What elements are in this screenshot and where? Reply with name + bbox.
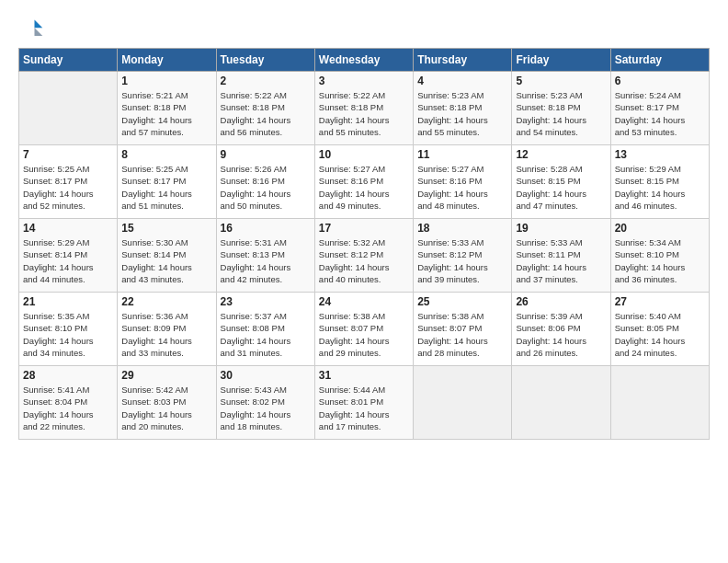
- calendar-cell: 13Sunrise: 5:29 AM Sunset: 8:15 PM Dayli…: [610, 145, 709, 219]
- calendar-cell: 14Sunrise: 5:29 AM Sunset: 8:14 PM Dayli…: [19, 219, 118, 293]
- calendar-cell: 1Sunrise: 5:21 AM Sunset: 8:18 PM Daylig…: [118, 72, 216, 145]
- calendar-cell: 16Sunrise: 5:31 AM Sunset: 8:13 PM Dayli…: [216, 219, 314, 293]
- day-info: Sunrise: 5:44 AM Sunset: 8:01 PM Dayligh…: [319, 384, 409, 432]
- day-info: Sunrise: 5:25 AM Sunset: 8:17 PM Dayligh…: [23, 163, 113, 212]
- calendar-cell: 18Sunrise: 5:33 AM Sunset: 8:12 PM Dayli…: [414, 219, 512, 293]
- calendar-cell: 29Sunrise: 5:42 AM Sunset: 8:03 PM Dayli…: [118, 366, 216, 440]
- day-number: 5: [516, 75, 606, 87]
- day-info: Sunrise: 5:28 AM Sunset: 8:15 PM Dayligh…: [516, 163, 606, 212]
- day-info: Sunrise: 5:38 AM Sunset: 8:07 PM Dayligh…: [417, 310, 507, 359]
- day-info: Sunrise: 5:30 AM Sunset: 8:14 PM Dayligh…: [121, 236, 211, 285]
- calendar-week-row: 28Sunrise: 5:41 AM Sunset: 8:04 PM Dayli…: [19, 366, 710, 440]
- day-of-week-header: Wednesday: [314, 49, 413, 72]
- day-info: Sunrise: 5:37 AM Sunset: 8:08 PM Dayligh…: [221, 310, 311, 359]
- day-number: 16: [221, 222, 311, 235]
- calendar-cell: 21Sunrise: 5:35 AM Sunset: 8:10 PM Dayli…: [19, 293, 118, 366]
- logo: [18, 17, 48, 42]
- day-info: Sunrise: 5:27 AM Sunset: 8:16 PM Dayligh…: [417, 163, 507, 212]
- day-info: Sunrise: 5:22 AM Sunset: 8:18 PM Dayligh…: [221, 89, 311, 138]
- day-number: 13: [615, 148, 705, 161]
- day-info: Sunrise: 5:31 AM Sunset: 8:13 PM Dayligh…: [221, 236, 311, 285]
- day-number: 1: [121, 75, 211, 87]
- calendar-cell: 20Sunrise: 5:34 AM Sunset: 8:10 PM Dayli…: [610, 219, 709, 293]
- calendar-header-row: SundayMondayTuesdayWednesdayThursdayFrid…: [19, 49, 710, 72]
- day-info: Sunrise: 5:23 AM Sunset: 8:18 PM Dayligh…: [417, 89, 507, 138]
- day-of-week-header: Saturday: [610, 49, 709, 72]
- day-info: Sunrise: 5:24 AM Sunset: 8:17 PM Dayligh…: [615, 89, 705, 138]
- day-info: Sunrise: 5:36 AM Sunset: 8:09 PM Dayligh…: [121, 310, 211, 359]
- calendar-cell: 6Sunrise: 5:24 AM Sunset: 8:17 PM Daylig…: [610, 72, 709, 145]
- day-number: 30: [221, 369, 311, 382]
- day-info: Sunrise: 5:34 AM Sunset: 8:10 PM Dayligh…: [615, 236, 705, 285]
- calendar-cell: [610, 366, 709, 440]
- day-number: 29: [121, 369, 211, 382]
- calendar-cell: 17Sunrise: 5:32 AM Sunset: 8:12 PM Dayli…: [314, 219, 413, 293]
- day-info: Sunrise: 5:33 AM Sunset: 8:11 PM Dayligh…: [516, 236, 606, 285]
- day-number: 6: [615, 75, 705, 87]
- day-number: 15: [121, 222, 211, 235]
- day-number: 10: [319, 148, 409, 161]
- svg-marker-1: [35, 28, 43, 36]
- day-number: 17: [319, 222, 409, 235]
- day-info: Sunrise: 5:25 AM Sunset: 8:17 PM Dayligh…: [121, 163, 211, 212]
- calendar-cell: 4Sunrise: 5:23 AM Sunset: 8:18 PM Daylig…: [414, 72, 512, 145]
- calendar-week-row: 21Sunrise: 5:35 AM Sunset: 8:10 PM Dayli…: [19, 293, 710, 366]
- day-number: 3: [319, 75, 409, 87]
- calendar-cell: 5Sunrise: 5:23 AM Sunset: 8:18 PM Daylig…: [512, 72, 610, 145]
- day-number: 28: [23, 369, 113, 382]
- calendar-cell: 15Sunrise: 5:30 AM Sunset: 8:14 PM Dayli…: [118, 219, 216, 293]
- calendar-week-row: 14Sunrise: 5:29 AM Sunset: 8:14 PM Dayli…: [19, 219, 710, 293]
- day-info: Sunrise: 5:39 AM Sunset: 8:06 PM Dayligh…: [516, 310, 606, 359]
- day-number: 21: [23, 295, 113, 308]
- calendar-cell: 31Sunrise: 5:44 AM Sunset: 8:01 PM Dayli…: [314, 366, 413, 440]
- day-number: 22: [121, 295, 211, 308]
- day-number: 4: [417, 75, 507, 87]
- calendar-cell: 9Sunrise: 5:26 AM Sunset: 8:16 PM Daylig…: [216, 145, 314, 219]
- day-info: Sunrise: 5:29 AM Sunset: 8:14 PM Dayligh…: [23, 236, 113, 285]
- day-info: Sunrise: 5:22 AM Sunset: 8:18 PM Dayligh…: [319, 89, 409, 138]
- calendar-table: SundayMondayTuesdayWednesdayThursdayFrid…: [18, 48, 710, 440]
- day-info: Sunrise: 5:38 AM Sunset: 8:07 PM Dayligh…: [319, 310, 409, 359]
- calendar-cell: [19, 72, 118, 145]
- day-number: 2: [221, 75, 311, 87]
- calendar-week-row: 7Sunrise: 5:25 AM Sunset: 8:17 PM Daylig…: [19, 145, 710, 219]
- day-info: Sunrise: 5:27 AM Sunset: 8:16 PM Dayligh…: [319, 163, 409, 212]
- calendar-cell: 7Sunrise: 5:25 AM Sunset: 8:17 PM Daylig…: [19, 145, 118, 219]
- day-number: 20: [615, 222, 705, 235]
- day-number: 7: [23, 148, 113, 161]
- day-number: 26: [516, 295, 606, 308]
- day-number: 12: [516, 148, 606, 161]
- day-info: Sunrise: 5:26 AM Sunset: 8:16 PM Dayligh…: [221, 163, 311, 212]
- day-number: 31: [319, 369, 409, 382]
- day-number: 9: [221, 148, 311, 161]
- calendar-cell: 3Sunrise: 5:22 AM Sunset: 8:18 PM Daylig…: [314, 72, 413, 145]
- calendar-cell: 11Sunrise: 5:27 AM Sunset: 8:16 PM Dayli…: [414, 145, 512, 219]
- calendar-cell: 12Sunrise: 5:28 AM Sunset: 8:15 PM Dayli…: [512, 145, 610, 219]
- calendar-week-row: 1Sunrise: 5:21 AM Sunset: 8:18 PM Daylig…: [19, 72, 710, 145]
- calendar-cell: 23Sunrise: 5:37 AM Sunset: 8:08 PM Dayli…: [216, 293, 314, 366]
- calendar-cell: 26Sunrise: 5:39 AM Sunset: 8:06 PM Dayli…: [512, 293, 610, 366]
- calendar-cell: 28Sunrise: 5:41 AM Sunset: 8:04 PM Dayli…: [19, 366, 118, 440]
- day-of-week-header: Friday: [512, 49, 610, 72]
- day-info: Sunrise: 5:32 AM Sunset: 8:12 PM Dayligh…: [319, 236, 409, 285]
- calendar-cell: 2Sunrise: 5:22 AM Sunset: 8:18 PM Daylig…: [216, 72, 314, 145]
- day-of-week-header: Monday: [118, 49, 216, 72]
- day-number: 8: [121, 148, 211, 161]
- calendar-cell: 19Sunrise: 5:33 AM Sunset: 8:11 PM Dayli…: [512, 219, 610, 293]
- calendar-cell: 25Sunrise: 5:38 AM Sunset: 8:07 PM Dayli…: [414, 293, 512, 366]
- calendar-cell: 10Sunrise: 5:27 AM Sunset: 8:16 PM Dayli…: [314, 145, 413, 219]
- logo-icon: [18, 17, 44, 42]
- day-info: Sunrise: 5:21 AM Sunset: 8:18 PM Dayligh…: [121, 89, 211, 138]
- header: [18, 17, 710, 42]
- calendar-cell: 27Sunrise: 5:40 AM Sunset: 8:05 PM Dayli…: [610, 293, 709, 366]
- calendar-cell: 22Sunrise: 5:36 AM Sunset: 8:09 PM Dayli…: [118, 293, 216, 366]
- svg-marker-0: [35, 20, 43, 29]
- calendar-cell: [512, 366, 610, 440]
- day-of-week-header: Sunday: [19, 49, 118, 72]
- day-number: 11: [417, 148, 507, 161]
- day-number: 14: [23, 222, 113, 235]
- calendar-cell: 30Sunrise: 5:43 AM Sunset: 8:02 PM Dayli…: [216, 366, 314, 440]
- day-info: Sunrise: 5:41 AM Sunset: 8:04 PM Dayligh…: [23, 384, 113, 432]
- day-info: Sunrise: 5:40 AM Sunset: 8:05 PM Dayligh…: [615, 310, 705, 359]
- day-number: 25: [417, 295, 507, 308]
